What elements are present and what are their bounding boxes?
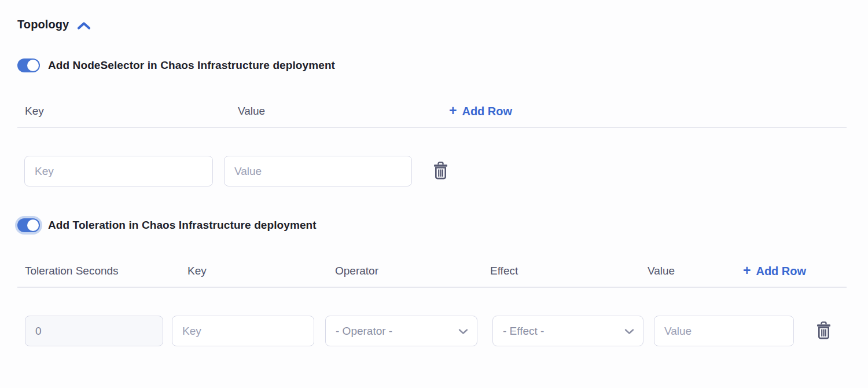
topology-panel: Topology Add NodeSelector in Chaos Infra… xyxy=(0,0,868,388)
column-header-value: Value xyxy=(648,265,743,277)
toggle-knob xyxy=(27,219,39,231)
nodeselector-add-row-button[interactable]: + Add Row xyxy=(449,105,512,118)
chevron-up-icon[interactable] xyxy=(76,20,91,31)
chevron-down-icon xyxy=(458,328,468,335)
chevron-down-icon xyxy=(624,328,634,335)
effect-select-value: - Effect - xyxy=(503,325,544,338)
operator-select-value: - Operator - xyxy=(336,325,392,338)
header-divider xyxy=(17,287,847,288)
nodeselector-delete-row-button[interactable] xyxy=(433,162,448,181)
toleration-toggle[interactable] xyxy=(17,218,40,232)
column-header-key: Key xyxy=(25,105,238,118)
nodeselector-value-input[interactable] xyxy=(224,156,412,186)
section-header: Topology xyxy=(17,0,868,31)
plus-icon: + xyxy=(449,104,457,118)
column-header-key: Key xyxy=(187,265,335,277)
nodeselector-table-header: Key Value + Add Row xyxy=(17,104,868,119)
toleration-value-input[interactable] xyxy=(654,316,794,346)
add-row-label: Add Row xyxy=(462,105,512,118)
header-divider xyxy=(17,127,847,128)
nodeselector-key-input[interactable] xyxy=(24,156,213,186)
column-header-toleration-seconds: Toleration Seconds xyxy=(25,265,187,277)
toleration-delete-row-button[interactable] xyxy=(816,321,832,341)
toleration-table-header: Toleration Seconds Key Operator Effect V… xyxy=(17,263,868,279)
toleration-key-input[interactable] xyxy=(172,316,314,346)
trash-icon xyxy=(433,162,448,181)
column-header-operator: Operator xyxy=(335,265,490,277)
column-header-value: Value xyxy=(238,105,449,118)
toleration-row: - Operator - - Effect - xyxy=(17,316,868,346)
toggle-knob xyxy=(27,60,39,71)
section-title: Topology xyxy=(17,18,69,31)
nodeselector-toggle[interactable] xyxy=(17,58,40,72)
toleration-add-row-button[interactable]: + Add Row xyxy=(743,265,806,278)
nodeselector-toggle-label: Add NodeSelector in Chaos Infrastructure… xyxy=(48,59,335,72)
toleration-toggle-label: Add Toleration in Chaos Infrastructure d… xyxy=(48,219,317,232)
toleration-seconds-input[interactable] xyxy=(25,316,163,346)
nodeselector-row xyxy=(17,156,868,186)
column-header-effect: Effect xyxy=(490,265,648,277)
toleration-toggle-row: Add Toleration in Chaos Infrastructure d… xyxy=(17,217,868,233)
operator-select[interactable]: - Operator - xyxy=(325,316,477,346)
effect-select[interactable]: - Effect - xyxy=(492,316,643,346)
add-row-label: Add Row xyxy=(756,265,806,278)
nodeselector-toggle-row: Add NodeSelector in Chaos Infrastructure… xyxy=(17,57,868,74)
trash-icon xyxy=(816,321,832,341)
plus-icon: + xyxy=(743,264,751,277)
